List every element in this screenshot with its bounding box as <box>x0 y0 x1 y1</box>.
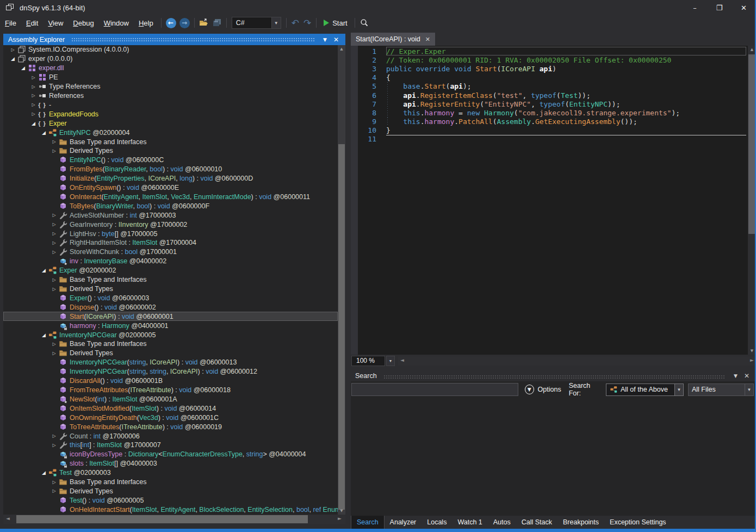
collapsed-arrow-icon[interactable]: ▷ <box>50 342 58 347</box>
chevron-down-icon[interactable]: ▼ <box>674 383 684 396</box>
search-panel-header[interactable]: Search ▼ ✕ <box>351 370 756 381</box>
tree-row[interactable]: inv : InventoryBase @04000002 <box>3 257 338 266</box>
file-filter-combo[interactable]: All Files ▼ <box>688 383 754 396</box>
collapsed-arrow-icon[interactable]: ▷ <box>50 149 58 153</box>
tree-row[interactable]: ▷Derived Types <box>3 284 338 294</box>
bottom-tab-watch-1[interactable]: Watch 1 <box>452 516 487 529</box>
tree-row[interactable]: OnInteract(EntityAgent, ItemSlot, Vec3d,… <box>3 193 338 202</box>
expanded-arrow-icon[interactable]: ◢ <box>19 65 27 71</box>
tree-row[interactable]: ▷Base Type and Interfaces <box>3 339 338 349</box>
collapsed-arrow-icon[interactable]: ▷ <box>50 434 58 438</box>
code-line[interactable]: 11 <box>358 135 747 144</box>
scroll-left-icon[interactable]: ◄ <box>400 357 404 363</box>
vertical-splitter[interactable] <box>345 30 351 529</box>
tree-row[interactable]: ◢Exper @02000002 <box>3 266 338 275</box>
tree-row[interactable]: ▷{ }ExpandedFoods <box>3 109 338 119</box>
tree-row[interactable]: Exper() : void @06000003 <box>3 293 338 302</box>
tree-hscrollbar-thumb[interactable] <box>16 515 308 523</box>
tree-row[interactable]: ▷{ }- <box>3 100 338 109</box>
tree-row[interactable]: Dispose() : void @06000002 <box>3 302 338 312</box>
tree-row[interactable]: Initialize(EntityProperties, ICoreAPI, l… <box>3 174 338 183</box>
tree-row[interactable]: ◢exper.dll <box>3 64 338 73</box>
expanded-arrow-icon[interactable]: ◢ <box>29 121 38 126</box>
menu-edit[interactable]: Edit <box>21 17 43 29</box>
expanded-arrow-icon[interactable]: ◢ <box>40 332 48 338</box>
tree-row[interactable]: ▷Derived Types <box>3 146 338 156</box>
tree-row[interactable]: ◢exper (0.0.0.0) <box>3 54 338 64</box>
redo-button[interactable]: ↷ <box>301 16 313 29</box>
collapsed-arrow-icon[interactable]: ▷ <box>50 488 58 493</box>
tree-row[interactable]: ▷StoreWithChunk : bool @17000001 <box>3 248 338 257</box>
assembly-explorer-header[interactable]: Assembly Explorer ▼ ✕ <box>3 34 345 45</box>
tree-row[interactable]: ▷Base Type and Interfaces <box>3 275 338 284</box>
scroll-up-icon[interactable]: ▲ <box>338 47 345 51</box>
search-for-combo[interactable]: All of the Above ▼ <box>606 383 684 396</box>
save-all-button[interactable] <box>210 16 224 29</box>
collapsed-arrow-icon[interactable]: ▷ <box>50 250 58 255</box>
tree-row[interactable]: ▷ActiveSlotNumber : int @17000003 <box>3 211 338 220</box>
bottom-tab-exception-settings[interactable]: Exception Settings <box>604 516 672 529</box>
tree-row[interactable]: ToTreeAttributes(ITreeAttribute) : void … <box>3 422 338 431</box>
tree-row[interactable]: slots : ItemSlot[] @04000003 <box>3 459 338 468</box>
language-combo[interactable]: C# ▼ <box>232 17 281 29</box>
panel-close-icon[interactable]: ✕ <box>741 372 753 380</box>
tree-row[interactable]: harmony : Harmony @04000001 <box>3 321 338 330</box>
tree-row[interactable]: OnHeldInteractStart(ItemSlot, EntityAgen… <box>3 505 338 514</box>
bottom-tab-call-stack[interactable]: Call Stack <box>516 516 557 529</box>
bottom-tab-locals[interactable]: Locals <box>422 516 452 529</box>
expanded-arrow-icon[interactable]: ◢ <box>40 470 48 475</box>
chevron-down-icon[interactable]: ▼ <box>745 383 754 396</box>
panel-close-icon[interactable]: ✕ <box>330 36 342 44</box>
collapsed-arrow-icon[interactable]: ▷ <box>50 277 58 282</box>
code-line[interactable]: 1// Exper.Exper <box>358 47 747 55</box>
collapsed-arrow-icon[interactable]: ▷ <box>50 480 58 485</box>
menu-window[interactable]: Window <box>99 17 134 29</box>
tree-row[interactable]: ▷Derived Types <box>3 487 338 496</box>
tree-row[interactable]: iconByDressType : Dictionary<EnumCharact… <box>3 450 338 459</box>
tab-close-icon[interactable]: ✕ <box>425 36 430 43</box>
open-file-button[interactable] <box>197 16 210 29</box>
tree-row[interactable]: ◢InventoryNPCGear @02000005 <box>3 330 338 339</box>
search-assemblies-button[interactable] <box>358 16 370 29</box>
tree-row[interactable]: ▷PE <box>3 73 338 82</box>
scroll-right-icon[interactable]: ► <box>338 516 342 521</box>
maximize-button[interactable]: ❐ <box>707 0 732 15</box>
collapsed-arrow-icon[interactable]: ▷ <box>29 75 38 80</box>
menu-help[interactable]: Help <box>134 17 158 29</box>
navigate-forward-button[interactable]: → <box>178 16 191 29</box>
code-editor[interactable]: 1// Exper.Exper2// Token: 0x06000001 RID… <box>351 46 756 355</box>
collapsed-arrow-icon[interactable]: ▷ <box>50 240 58 245</box>
tree-row[interactable]: ▷LightHsv : byte[] @17000005 <box>3 229 338 238</box>
tree-row[interactable]: OnEntitySpawn() : void @0600000E <box>3 183 338 193</box>
scroll-left-icon[interactable]: ◄ <box>6 516 10 521</box>
tree-row-selected[interactable]: Start(ICoreAPI) : void @06000001 <box>3 312 338 321</box>
collapsed-arrow-icon[interactable]: ▷ <box>50 222 58 227</box>
expanded-arrow-icon[interactable]: ◢ <box>40 268 48 273</box>
code-line[interactable]: 4{ <box>358 73 747 82</box>
chevron-down-icon[interactable]: ▼ <box>386 356 395 366</box>
tree-row[interactable]: ◢Test @02000003 <box>3 468 338 478</box>
collapsed-arrow-icon[interactable]: ▷ <box>50 443 58 448</box>
code-line[interactable]: 7 api.RegisterEntity("EntityNPC", typeof… <box>358 100 747 108</box>
tree-row[interactable]: OnItemSlotModified(ItemSlot) : void @060… <box>3 404 338 413</box>
collapsed-arrow-icon[interactable]: ▷ <box>29 84 38 89</box>
tree-row[interactable]: ▷System.IO.Compression (4.0.0.0) <box>3 45 338 54</box>
collapsed-arrow-icon[interactable]: ▷ <box>29 93 38 98</box>
close-button[interactable]: ✕ <box>732 0 756 15</box>
tree-row[interactable]: ▷this[int] : ItemSlot @17000007 <box>3 441 338 450</box>
collapsed-arrow-icon[interactable]: ▷ <box>50 139 58 144</box>
tree-vertical-scrollbar[interactable]: ▲ ▼ <box>338 45 345 515</box>
expanded-arrow-icon[interactable]: ◢ <box>40 130 48 135</box>
collapsed-arrow-icon[interactable]: ▷ <box>50 351 58 356</box>
chevron-down-icon[interactable]: ▼ <box>271 17 281 28</box>
bottom-tab-autos[interactable]: Autos <box>488 516 516 529</box>
collapsed-arrow-icon[interactable]: ▷ <box>50 231 58 236</box>
tree-row[interactable]: EntityNPC() : void @0600000C <box>3 156 338 165</box>
start-debug-button[interactable]: Start <box>319 16 351 29</box>
tree-row[interactable]: OnOwningEntityDeath(Vec3d) : void @06000… <box>3 413 338 422</box>
tree-row[interactable]: ◢{ }Exper <box>3 119 338 128</box>
tree-scrollbar-thumb[interactable] <box>338 144 345 510</box>
code-line[interactable]: 3public override void Start(ICoreAPI api… <box>358 64 747 73</box>
tree-horizontal-scrollbar[interactable]: ◄ ► <box>3 515 345 524</box>
code-line[interactable]: 10} <box>358 126 747 135</box>
